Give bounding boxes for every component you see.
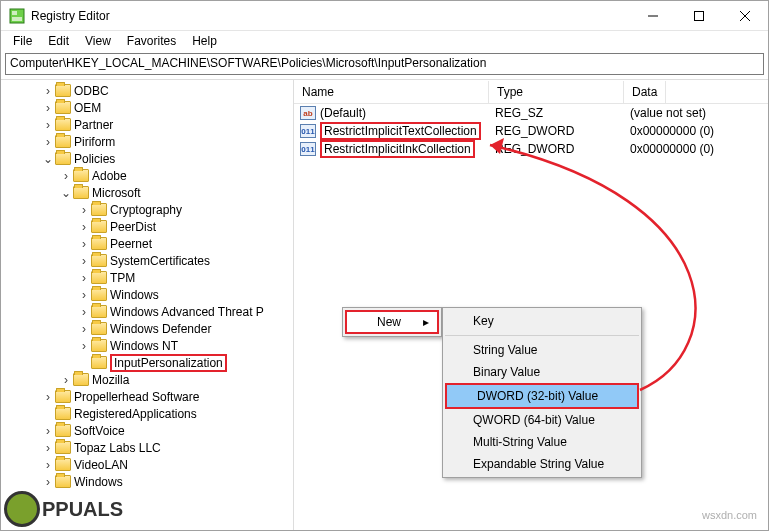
svg-rect-4 [695,11,704,20]
tree-item-selected[interactable]: InputPersonalization [110,354,227,372]
reg-dword-icon: 011 [300,124,316,138]
expand-icon[interactable]: › [41,475,55,489]
tree-item[interactable]: Windows NT [110,339,178,353]
tree-item[interactable]: Piriform [74,135,115,149]
tree-item[interactable]: Windows Defender [110,322,211,336]
tree-item[interactable]: Microsoft [92,186,141,200]
folder-icon [55,475,71,488]
expand-icon[interactable]: › [77,203,91,217]
expand-icon[interactable]: › [59,169,73,183]
tree-item[interactable]: Partner [74,118,113,132]
expand-icon[interactable]: › [77,322,91,336]
avatar-icon [4,491,40,527]
folder-icon [91,237,107,250]
folder-icon [55,458,71,471]
value-data: 0x00000000 (0) [627,142,714,156]
menu-item-string[interactable]: String Value [443,339,641,361]
tree-item[interactable]: Adobe [92,169,127,183]
menu-separator [445,335,639,336]
menu-item-multistring[interactable]: Multi-String Value [443,431,641,453]
expand-icon[interactable]: › [41,441,55,455]
menu-item-dword[interactable]: DWORD (32-bit) Value [447,385,637,407]
tree-panel[interactable]: ›ODBC ›OEM ›Partner ›Piriform ⌄Policies … [1,80,294,530]
value-data: 0x00000000 (0) [627,124,714,138]
value-row[interactable]: 011 RestrictImplicitInkCollection REG_DW… [294,140,768,158]
reg-sz-icon: ab [300,106,316,120]
tree-item[interactable]: Windows [110,288,159,302]
folder-icon [91,356,107,369]
tree-item[interactable]: SoftVoice [74,424,125,438]
menu-view[interactable]: View [77,32,119,50]
expand-icon[interactable]: › [41,84,55,98]
tree-item[interactable]: Cryptography [110,203,182,217]
menu-file[interactable]: File [5,32,40,50]
value-name: (Default) [320,106,492,120]
expand-icon[interactable]: › [77,271,91,285]
folder-icon [91,271,107,284]
menu-help[interactable]: Help [184,32,225,50]
expand-icon[interactable]: › [77,220,91,234]
menu-item-new[interactable]: New ▸ [345,310,439,334]
minimize-button[interactable] [630,1,676,30]
tree-item[interactable]: TPM [110,271,135,285]
folder-icon [55,118,71,131]
svg-rect-2 [12,17,22,21]
tree-item[interactable]: PeerDist [110,220,156,234]
menu-item-key[interactable]: Key [443,310,641,332]
collapse-icon[interactable]: ⌄ [59,186,73,200]
menu-item-qword[interactable]: QWORD (64-bit) Value [443,409,641,431]
menu-favorites[interactable]: Favorites [119,32,184,50]
folder-icon [91,254,107,267]
expand-icon[interactable]: › [59,373,73,387]
close-button[interactable] [722,1,768,30]
context-menu-new: New ▸ [342,307,442,337]
folder-icon [91,322,107,335]
expand-icon[interactable]: › [41,118,55,132]
tree-item[interactable]: Propellerhead Software [74,390,199,404]
folder-icon [55,135,71,148]
tree-item[interactable]: SystemCertificates [110,254,210,268]
site-logo: PPUALS [4,491,123,527]
tree-item[interactable]: Policies [74,152,115,166]
folder-icon [73,186,89,199]
tree-item[interactable]: Topaz Labs LLC [74,441,161,455]
tree-item[interactable]: Windows [74,475,123,489]
menu-item-expandstring[interactable]: Expandable String Value [443,453,641,475]
folder-icon [55,407,71,420]
expand-icon[interactable]: › [41,101,55,115]
expand-icon[interactable]: › [77,254,91,268]
col-name[interactable]: Name [294,81,489,103]
expand-icon[interactable]: › [41,424,55,438]
collapse-icon[interactable]: ⌄ [41,152,55,166]
svg-rect-1 [12,11,17,15]
tree-item[interactable]: Windows Advanced Threat P [110,305,264,319]
tree-item[interactable]: Mozilla [92,373,129,387]
tree-item[interactable]: VideoLAN [74,458,128,472]
address-bar[interactable]: Computer\HKEY_LOCAL_MACHINE\SOFTWARE\Pol… [5,53,764,75]
window-title: Registry Editor [31,9,630,23]
expand-icon[interactable]: › [77,305,91,319]
value-row[interactable]: ab (Default) REG_SZ (value not set) [294,104,768,122]
tree-item[interactable]: ODBC [74,84,109,98]
value-type: REG_DWORD [492,142,627,156]
menu-edit[interactable]: Edit [40,32,77,50]
tree-item[interactable]: OEM [74,101,101,115]
expand-icon[interactable]: › [41,458,55,472]
expand-icon[interactable]: › [41,135,55,149]
folder-icon [91,339,107,352]
col-type[interactable]: Type [489,81,624,103]
value-type: REG_SZ [492,106,627,120]
expand-icon[interactable]: › [77,339,91,353]
folder-icon [55,390,71,403]
menu-item-binary[interactable]: Binary Value [443,361,641,383]
folder-icon [91,305,107,318]
expand-icon[interactable]: › [77,237,91,251]
tree-item[interactable]: RegisteredApplications [74,407,197,421]
tree-item[interactable]: Peernet [110,237,152,251]
maximize-button[interactable] [676,1,722,30]
folder-icon [91,288,107,301]
col-data[interactable]: Data [624,81,666,103]
expand-icon[interactable]: › [77,288,91,302]
expand-icon[interactable]: › [41,390,55,404]
value-row[interactable]: 011 RestrictImplicitTextCollection REG_D… [294,122,768,140]
